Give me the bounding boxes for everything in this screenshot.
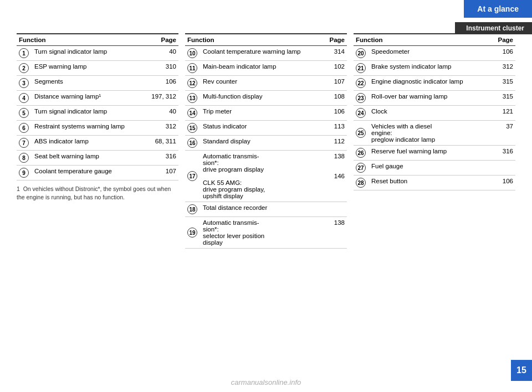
row-number: 19 bbox=[185, 217, 201, 249]
row-page: 314 bbox=[323, 46, 347, 61]
row-number: 12 bbox=[185, 76, 201, 91]
table-row: 20Speedometer106 bbox=[354, 46, 515, 61]
table-row: 14Trip meter106 bbox=[185, 106, 347, 121]
row-number: 18 bbox=[185, 202, 201, 217]
row-page: 106 bbox=[144, 76, 178, 91]
row-page: 113 bbox=[323, 121, 347, 136]
row-number: 16 bbox=[185, 136, 201, 151]
row-number: 24 bbox=[354, 106, 369, 121]
table-row: 21Brake system indicator lamp312 bbox=[354, 61, 515, 76]
footnote-text: 1 On vehicles without Distronic*, the sy… bbox=[17, 185, 171, 200]
row-page: 310 bbox=[144, 61, 178, 76]
row-number: 2 bbox=[17, 61, 32, 76]
row-number: 14 bbox=[185, 106, 201, 121]
row-function: Seat belt warning lamp bbox=[32, 151, 144, 166]
row-function: ESP warning lamp bbox=[32, 61, 144, 76]
table1-func-header: Function bbox=[17, 34, 144, 46]
row-page: 107 bbox=[323, 76, 347, 91]
table2-page-header: Page bbox=[323, 34, 347, 46]
table2: Function Page 10Coolant temperature warn… bbox=[185, 33, 347, 249]
row-function: Engine diagnostic indicator lamp bbox=[369, 76, 490, 91]
table-row: 3Segments106 bbox=[17, 76, 178, 91]
table3-container: Function Page 20Speedometer10621Brake sy… bbox=[354, 33, 515, 353]
row-function: ABS indicator lamp bbox=[32, 136, 144, 151]
row-page: 106 bbox=[490, 46, 515, 61]
table-row: 28Reset button106 bbox=[354, 176, 515, 190]
table-row: 16Standard display112 bbox=[185, 136, 347, 151]
table1-footnote: 1 On vehicles without Distronic*, the sy… bbox=[17, 185, 178, 201]
table-row: 24Clock121 bbox=[354, 106, 515, 121]
row-number: 6 bbox=[17, 121, 32, 136]
row-page: 197, 312 bbox=[144, 91, 178, 106]
row-function: Segments bbox=[32, 76, 144, 91]
row-function: Reset button bbox=[369, 176, 490, 190]
row-page: 312 bbox=[144, 121, 178, 136]
row-number: 17 bbox=[185, 151, 201, 202]
row-page: 138 bbox=[323, 217, 347, 249]
row-page: 315 bbox=[490, 76, 515, 91]
table-row: 8Seat belt warning lamp316 bbox=[17, 151, 178, 166]
row-function: Coolant temperature warning lamp bbox=[201, 46, 323, 61]
row-page: 316 bbox=[490, 146, 515, 161]
row-page: 121 bbox=[490, 106, 515, 121]
instrument-cluster-bar: Instrument cluster bbox=[455, 22, 532, 34]
row-number: 27 bbox=[354, 161, 369, 176]
row-page: 107 bbox=[144, 166, 178, 180]
table1: Function Page 1Turn signal indicator lam… bbox=[17, 33, 178, 180]
row-function: Clock bbox=[369, 106, 490, 121]
table2-func-header: Function bbox=[185, 34, 323, 46]
table-row: 1Turn signal indicator lamp40 bbox=[17, 46, 178, 61]
row-page: 108 bbox=[323, 91, 347, 106]
row-function: Restraint systems warning lamp bbox=[32, 121, 144, 136]
row-page: 40 bbox=[144, 46, 178, 61]
table-row: 18Total distance recorder bbox=[185, 202, 347, 217]
table-row: 12Rev counter107 bbox=[185, 76, 347, 91]
row-function: Main-beam indicator lamp bbox=[201, 61, 323, 76]
row-function: Speedometer bbox=[369, 46, 490, 61]
table-row: 22Engine diagnostic indicator lamp315 bbox=[354, 76, 515, 91]
row-page: 102 bbox=[323, 61, 347, 76]
row-function: Multi-function display bbox=[201, 91, 323, 106]
row-function: Total distance recorder bbox=[201, 202, 323, 217]
row-function: Trip meter bbox=[201, 106, 323, 121]
row-page: 37 bbox=[490, 121, 515, 146]
row-page: 106 bbox=[490, 176, 515, 190]
row-number: 4 bbox=[17, 91, 32, 106]
row-number: 1 bbox=[17, 46, 32, 61]
row-function: Distance warning lamp¹ bbox=[32, 91, 144, 106]
table3-page-header: Page bbox=[490, 34, 515, 46]
row-number: 7 bbox=[17, 136, 32, 151]
row-function: Standard display bbox=[201, 136, 323, 151]
table-row: 13Multi-function display108 bbox=[185, 91, 347, 106]
row-function: Automatic transmis-sion*:drive program d… bbox=[201, 151, 323, 202]
table-row: 7ABS indicator lamp68, 311 bbox=[17, 136, 178, 151]
table1-page-header: Page bbox=[144, 34, 178, 46]
row-function: Status indicator bbox=[201, 121, 323, 136]
table-row: 6Restraint systems warning lamp312 bbox=[17, 121, 178, 136]
row-function: Automatic transmis-sion*:selector lever … bbox=[201, 217, 323, 249]
row-page bbox=[323, 202, 347, 217]
table-row: 4Distance warning lamp¹197, 312 bbox=[17, 91, 178, 106]
row-number: 23 bbox=[354, 91, 369, 106]
table1-container: Function Page 1Turn signal indicator lam… bbox=[17, 33, 178, 353]
row-number: 15 bbox=[185, 121, 201, 136]
table-row: 2ESP warning lamp310 bbox=[17, 61, 178, 76]
table-row: 10Coolant temperature warning lamp314 bbox=[185, 46, 347, 61]
row-function: Coolant temperature gauge bbox=[32, 166, 144, 180]
row-number: 9 bbox=[17, 166, 32, 180]
row-number: 28 bbox=[354, 176, 369, 190]
table-row: 26Reserve fuel warning lamp316 bbox=[354, 146, 515, 161]
row-number: 26 bbox=[354, 146, 369, 161]
row-page bbox=[490, 161, 515, 176]
row-function: Reserve fuel warning lamp bbox=[369, 146, 490, 161]
row-number: 5 bbox=[17, 106, 32, 121]
table-row: 27Fuel gauge bbox=[354, 161, 515, 176]
table-row: 19Automatic transmis-sion*:selector leve… bbox=[185, 217, 347, 249]
row-function: Fuel gauge bbox=[369, 161, 490, 176]
row-number: 22 bbox=[354, 76, 369, 91]
table-row: 11Main-beam indicator lamp102 bbox=[185, 61, 347, 76]
row-page: 40 bbox=[144, 106, 178, 121]
row-function: Turn signal indicator lamp bbox=[32, 106, 144, 121]
row-number: 21 bbox=[354, 61, 369, 76]
row-function: Roll-over bar warning lamp bbox=[369, 91, 490, 106]
